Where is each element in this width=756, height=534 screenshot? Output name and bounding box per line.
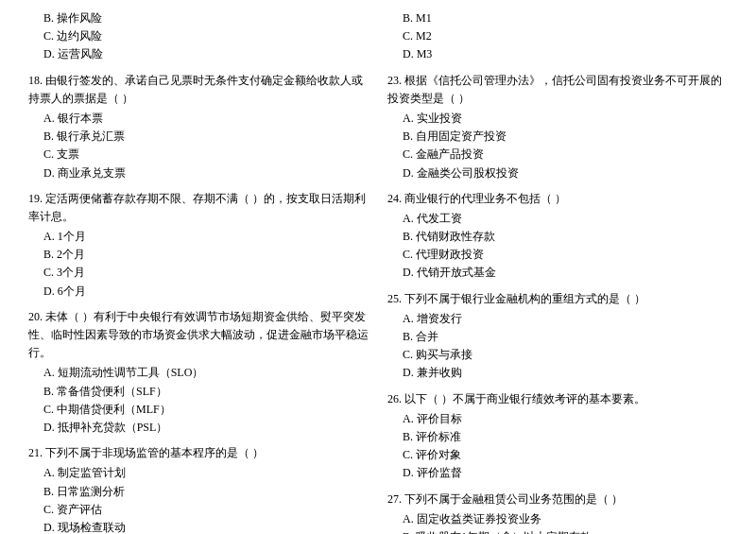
q18-option-d: D. 商业承兑支票 [43, 164, 369, 182]
question-21: 21. 下列不属于非现场监管的基本程序的是（ ） A. 制定监管计划 B. 日常… [28, 444, 369, 534]
question-18: 18. 由银行签发的、承诺自己见票时无条件支付确定金额给收款人或持票人的票据是（… [28, 72, 369, 182]
question-27-text: 27. 下列不属于金融租赁公司业务范围的是（ ） [387, 491, 728, 508]
option-c-right: C. M2 [403, 27, 728, 45]
question-19-text: 19. 定活两便储蓄存款存期不限、存期不满（ ）的，按支取日活期利率计息。 [28, 190, 369, 226]
q23-option-b: B. 自用固定资产投资 [403, 128, 728, 146]
option-c-left: C. 边约风险 [43, 27, 369, 45]
question-27: 27. 下列不属于金融租赁公司业务范围的是（ ） A. 固定收益类证券投资业务 … [387, 491, 728, 535]
page-container: B. 操作风险 C. 边约风险 D. 运营风险 18. 由银行签发的、承诺自己见… [28, 9, 728, 534]
q20-option-b: B. 常备借贷便利（SLF） [43, 383, 369, 401]
question-25: 25. 下列不属于银行业金融机构的重组方式的是（ ） A. 增资发行 B. 合并… [387, 290, 728, 383]
q20-option-c: C. 中期借贷便利（MLF） [43, 401, 369, 419]
question-26-text: 26. 以下（ ）不属于商业银行绩效考评的基本要素。 [387, 390, 728, 408]
q19-option-a: A. 1个月 [43, 228, 369, 246]
question-block-right-cont: B. M1 C. M2 D. M3 [387, 9, 728, 64]
q20-option-a: A. 短期流动性调节工具（SLO） [43, 364, 369, 382]
option-b-right: B. M1 [403, 9, 728, 27]
q18-option-c: C. 支票 [43, 146, 369, 164]
q23-option-c: C. 金融产品投资 [403, 146, 728, 164]
question-19: 19. 定活两便储蓄存款存期不限、存期不满（ ）的，按支取日活期利率计息。 A.… [28, 190, 369, 301]
q24-option-a: A. 代发工资 [403, 210, 728, 228]
option-b-left: B. 操作风险 [43, 9, 369, 27]
question-24-text: 24. 商业银行的代理业务不包括（ ） [387, 190, 728, 208]
q24-option-d: D. 代销开放式基金 [403, 264, 728, 282]
q23-option-a: A. 实业投资 [403, 110, 728, 128]
q25-option-d: D. 兼并收购 [403, 364, 728, 382]
question-20-text: 20. 未体（ ）有利于中央银行有效调节市场短期资金供给、熨平突发性、临时性因素… [28, 308, 369, 363]
q27-option-b: B. 吸收股东1年期（含）以上定期存款 [403, 528, 728, 534]
question-26: 26. 以下（ ）不属于商业银行绩效考评的基本要素。 A. 评价目标 B. 评价… [387, 390, 728, 483]
two-column-layout: B. 操作风险 C. 边约风险 D. 运营风险 18. 由银行签发的、承诺自己见… [28, 9, 728, 534]
q25-option-a: A. 增资发行 [403, 310, 728, 328]
q26-option-d: D. 评价监督 [403, 464, 728, 482]
q26-option-c: C. 评价对象 [403, 446, 728, 464]
q25-option-c: C. 购买与承接 [403, 346, 728, 364]
question-21-text: 21. 下列不属于非现场监管的基本程序的是（ ） [28, 444, 369, 462]
q24-option-b: B. 代销财政性存款 [403, 228, 728, 246]
q20-option-d: D. 抵押补充贷款（PSL） [43, 419, 369, 437]
option-d-left: D. 运营风险 [43, 45, 369, 63]
q25-option-b: B. 合并 [403, 328, 728, 346]
q19-option-d: D. 6个月 [43, 283, 369, 301]
q24-option-c: C. 代理财政投资 [403, 246, 728, 264]
q18-option-a: A. 银行本票 [43, 110, 369, 128]
left-column: B. 操作风险 C. 边约风险 D. 运营风险 18. 由银行签发的、承诺自己见… [28, 9, 369, 534]
question-block-left-cont: B. 操作风险 C. 边约风险 D. 运营风险 [28, 9, 369, 64]
q27-option-a: A. 固定收益类证券投资业务 [403, 510, 728, 528]
q23-option-d: D. 金融类公司股权投资 [403, 164, 728, 182]
question-23: 23. 根据《信托公司管理办法》，信托公司固有投资业务不可开展的投资类型是（ ）… [387, 72, 728, 182]
q26-option-b: B. 评价标准 [403, 428, 728, 446]
question-20: 20. 未体（ ）有利于中央银行有效调节市场短期资金供给、熨平突发性、临时性因素… [28, 308, 369, 437]
q21-option-d: D. 现场检查联动 [43, 519, 369, 534]
q21-option-b: B. 日常监测分析 [43, 483, 369, 501]
question-24: 24. 商业银行的代理业务不包括（ ） A. 代发工资 B. 代销财政性存款 C… [387, 190, 728, 283]
q18-option-b: B. 银行承兑汇票 [43, 128, 369, 146]
question-23-text: 23. 根据《信托公司管理办法》，信托公司固有投资业务不可开展的投资类型是（ ） [387, 72, 728, 108]
q21-option-c: C. 资产评估 [43, 501, 369, 519]
q26-option-a: A. 评价目标 [403, 410, 728, 428]
q21-option-a: A. 制定监管计划 [43, 464, 369, 482]
right-column: B. M1 C. M2 D. M3 23. 根据《信托公司管理办法》，信托公司固… [387, 9, 728, 534]
q19-option-b: B. 2个月 [43, 246, 369, 264]
option-d-right: D. M3 [403, 45, 728, 63]
question-18-text: 18. 由银行签发的、承诺自己见票时无条件支付确定金额给收款人或持票人的票据是（… [28, 72, 369, 108]
question-25-text: 25. 下列不属于银行业金融机构的重组方式的是（ ） [387, 290, 728, 308]
q19-option-c: C. 3个月 [43, 264, 369, 282]
